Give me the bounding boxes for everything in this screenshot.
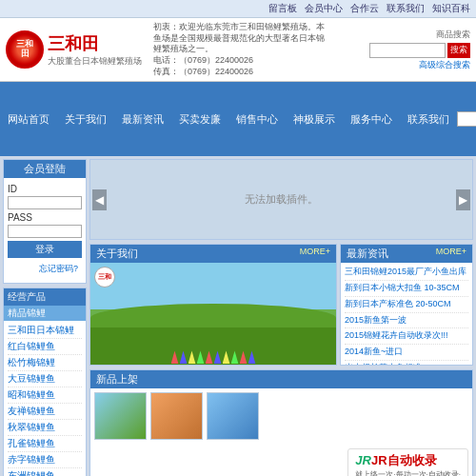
- nav-buy[interactable]: 买卖发廉: [171, 108, 228, 131]
- nav-service[interactable]: 服务中心: [343, 108, 400, 131]
- nav-sales[interactable]: 销售中心: [228, 108, 286, 131]
- arrivals-grid: [90, 388, 472, 444]
- nav-bar: 网站首页 关于我们 最新资讯 买卖发廉 销售中心 神极展示 服务中心 联系我们 …: [0, 82, 476, 156]
- pass-label: PASS: [8, 212, 32, 223]
- nav-search-input[interactable]: [457, 111, 476, 127]
- header-search-area: 商品搜索 搜索 高级综合搜索: [369, 29, 470, 71]
- header-desc: 初衷：欢迎光临东莞市三和田锦鲤繁殖场。本鱼场是全国规模最普规范化的大型著名日本锦…: [153, 22, 325, 77]
- about-title: 关于我们: [96, 247, 138, 261]
- products-links: 三和田日本锦鲤 红白锦鲤鱼 松竹梅锦鲤 大豆锦鲤鱼 昭和锦鲤鱼 友禅锦鲤鱼 秋翠…: [4, 321, 86, 476]
- nav-home[interactable]: 网站首页: [0, 108, 57, 131]
- news-item-0[interactable]: 三和田锦鲤2015最厂产小鱼出库: [345, 265, 468, 281]
- sidebar: 会员登陆 ID PASS 登录 忘记密码? 经营产品 精品锦鲤 三和田日本锦鲤 …: [3, 159, 87, 476]
- banner-prev-button[interactable]: ◀: [92, 189, 107, 210]
- login-button[interactable]: 登录: [8, 241, 82, 258]
- product-link-7[interactable]: 孔雀锦鲤鱼: [8, 436, 82, 452]
- products-box: 经营产品 精品锦鲤 三和田日本锦鲤 红白锦鲤鱼 松竹梅锦鲤 大豆锦鲤鱼 昭和锦鲤…: [3, 288, 87, 476]
- news-more[interactable]: MORE+: [436, 247, 466, 261]
- utility-item[interactable]: 会员中心: [305, 2, 343, 15]
- news-list: 三和田锦鲤2015最厂产小鱼出库 新到日本小锦大扣鱼 10-35CM 新到日本产…: [341, 263, 472, 366]
- utility-item[interactable]: 知识百科: [432, 2, 470, 15]
- news-item-4[interactable]: 2015锦鲤花卉自动收录次!!!: [345, 328, 468, 345]
- products-subtitle: 精品锦鲤: [4, 306, 86, 321]
- news-title: 最新资讯: [347, 247, 388, 261]
- main-layout: 会员登陆 ID PASS 登录 忘记密码? 经营产品 精品锦鲤 三和田日本锦鲤 …: [0, 156, 476, 476]
- nav-about[interactable]: 关于我们: [57, 108, 114, 131]
- about-more[interactable]: MORE+: [300, 247, 330, 261]
- id-label: ID: [8, 184, 17, 194]
- product-link-0[interactable]: 三和田日本锦鲤: [8, 323, 82, 339]
- product-link-6[interactable]: 秋翠锦鲤鱼: [8, 420, 82, 436]
- product-link-8[interactable]: 赤字锦鲤鱼: [8, 452, 82, 468]
- nav-display[interactable]: 神极展示: [286, 108, 343, 131]
- utility-item[interactable]: 合作云: [350, 2, 379, 15]
- product-link-3[interactable]: 大豆锦鲤鱼: [8, 371, 82, 387]
- utility-item[interactable]: 留言板: [268, 2, 297, 15]
- id-input[interactable]: [8, 196, 82, 209]
- news-item-2[interactable]: 新到日本产标准色 20-50CM: [345, 297, 468, 313]
- utility-bar: 留言板 会员中心 合作云 联系我们 知识百科: [0, 0, 476, 18]
- login-title: 会员登陆: [4, 160, 86, 178]
- product-link-4[interactable]: 昭和锦鲤鱼: [8, 387, 82, 404]
- header-search-input[interactable]: [369, 43, 446, 58]
- nav-search-area: 搜索 高级综合搜索: [457, 82, 476, 156]
- about-image: 三和: [90, 263, 336, 366]
- logo-icon: 三和田: [6, 30, 44, 69]
- news-item-3[interactable]: 2015新鱼第一波: [345, 313, 468, 329]
- banner-next-button[interactable]: ▶: [456, 189, 470, 210]
- about-box: 关于我们 MORE+: [89, 244, 337, 366]
- logo-area: 三和田 三和田 大股董合日本锦鲤繁殖场 初衷：欢迎光临东莞市三和田锦鲤繁殖场。本…: [6, 22, 325, 77]
- logo-text: 三和田 大股董合日本锦鲤繁殖场: [48, 32, 142, 68]
- forgot-link[interactable]: 忘记密码?: [8, 259, 82, 279]
- news-item-6[interactable]: 光大权长花卉鱼标准 40-40CM: [345, 361, 468, 367]
- watermark-desc: 就上络一次·每功一次·自动收录·: [355, 469, 461, 476]
- utility-item[interactable]: 联系我们: [387, 2, 425, 15]
- banner-no-plugin: 无法加载插件。: [245, 192, 318, 207]
- login-form: ID PASS 登录 忘记密码?: [4, 178, 86, 283]
- arrival-item-1[interactable]: [150, 392, 203, 440]
- news-item-1[interactable]: 新到日本小锦大扣鱼 10-35CM: [345, 281, 468, 297]
- watermark-brand: JRJR自动收录: [355, 452, 461, 469]
- product-link-9[interactable]: 东洲锦鲤鱼: [8, 468, 82, 476]
- pass-input[interactable]: [8, 225, 82, 238]
- news-header: 最新资讯 MORE+: [341, 245, 472, 263]
- news-item-5[interactable]: 2014新鱼~进口: [345, 345, 468, 361]
- watermark: JRJR自动收录 就上络一次·每功一次·自动收录·: [347, 448, 468, 476]
- nav-news[interactable]: 最新资讯: [114, 108, 171, 131]
- about-header: 关于我们 MORE+: [90, 245, 336, 263]
- news-box: 最新资讯 MORE+ 三和田锦鲤2015最厂产小鱼出库 新到日本小锦大扣鱼 10…: [340, 244, 473, 366]
- new-arrivals-title: 新品上架: [90, 370, 472, 388]
- nav-contact[interactable]: 联系我们: [400, 108, 457, 131]
- product-link-2[interactable]: 松竹梅锦鲤: [8, 355, 82, 371]
- product-link-1[interactable]: 红白锦鲤鱼: [8, 339, 82, 355]
- products-title: 经营产品: [4, 288, 86, 306]
- center-content: ◀ 无法加载插件。 ▶ 关于我们 MORE+: [89, 159, 473, 476]
- product-link-5[interactable]: 友禅锦鲤鱼: [8, 404, 82, 420]
- about-news-row: 关于我们 MORE+: [89, 244, 473, 366]
- header-search-button[interactable]: 搜索: [447, 43, 470, 58]
- login-box: 会员登陆 ID PASS 登录 忘记密码?: [3, 159, 87, 284]
- about-logo-badge: 三和: [94, 267, 115, 288]
- banner-area: ◀ 无法加载插件。 ▶: [89, 159, 473, 240]
- arrival-item-0[interactable]: [94, 392, 147, 440]
- arrival-item-2[interactable]: [207, 392, 259, 440]
- site-header: 三和田 三和田 大股董合日本锦鲤繁殖场 初衷：欢迎光临东莞市三和田锦鲤繁殖场。本…: [0, 18, 476, 82]
- advanced-search-link[interactable]: 高级综合搜索: [369, 59, 470, 71]
